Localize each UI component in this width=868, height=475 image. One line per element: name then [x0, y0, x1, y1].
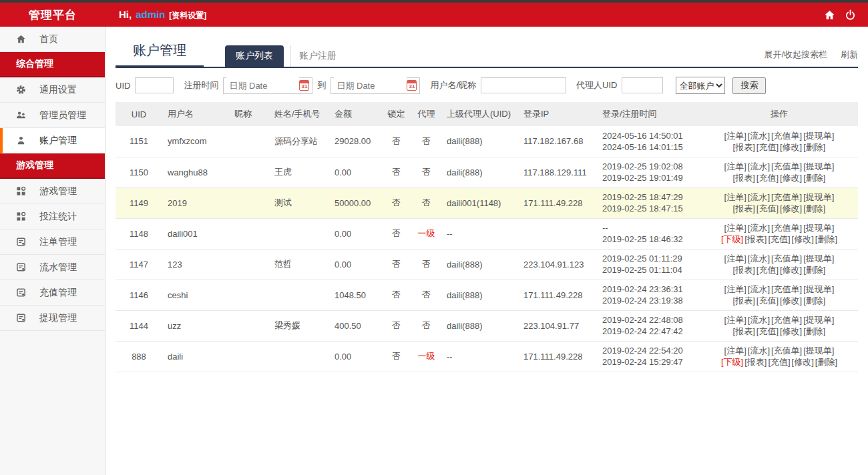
action-link[interactable]: [报表]: [733, 203, 755, 213]
action-link[interactable]: [删除]: [815, 357, 837, 367]
refresh-link[interactable]: 刷新: [841, 49, 858, 61]
power-icon[interactable]: [845, 9, 856, 21]
action-link[interactable]: [注单]: [724, 161, 746, 171]
action-link[interactable]: [充值]: [756, 203, 779, 213]
action-link[interactable]: [流水]: [748, 161, 770, 171]
action-link[interactable]: [报表]: [733, 142, 755, 152]
action-link[interactable]: [删除]: [803, 173, 825, 183]
action-link[interactable]: [修改]: [780, 296, 802, 306]
sidebar-item-充值管理[interactable]: 充值管理: [0, 280, 105, 306]
action-link[interactable]: [报表]: [744, 234, 767, 244]
sidebar-item-注单管理[interactable]: 注单管理: [0, 229, 105, 255]
action-link[interactable]: [修改]: [780, 203, 802, 213]
action-link[interactable]: [修改]: [780, 265, 802, 275]
tab-account-register[interactable]: 账户注册: [290, 45, 345, 67]
user-greeting: Hi, admin [资料设置]: [119, 9, 206, 21]
action-link[interactable]: [充值]: [756, 296, 779, 306]
action-link[interactable]: [充值单]: [771, 346, 802, 356]
action-link[interactable]: [充值单]: [771, 131, 802, 141]
uid-input[interactable]: [135, 77, 174, 93]
action-link[interactable]: [注单]: [724, 131, 746, 141]
login-time: 2019-02-25 19:02:08: [602, 161, 700, 172]
sidebar-item-管理员管理[interactable]: 管理员管理: [0, 103, 105, 128]
action-link[interactable]: [注单]: [724, 346, 746, 356]
action-link[interactable]: [修改]: [792, 357, 814, 367]
action-link[interactable]: [提现单]: [803, 346, 834, 356]
date-from-input[interactable]: [226, 77, 299, 93]
cell-amount: 0.00: [329, 157, 381, 187]
action-link[interactable]: [修改]: [780, 326, 802, 336]
action-link[interactable]: [下级]: [721, 357, 743, 367]
home-icon[interactable]: [824, 9, 835, 21]
action-link[interactable]: [下级]: [721, 234, 743, 244]
profile-settings-link[interactable]: [资料设置]: [169, 10, 206, 21]
account-type-select[interactable]: 全部账户: [676, 77, 725, 94]
action-link[interactable]: [流水]: [748, 192, 770, 202]
action-link[interactable]: [提现单]: [803, 284, 834, 294]
action-link[interactable]: [删除]: [803, 296, 825, 306]
action-link[interactable]: [删除]: [803, 265, 825, 275]
calendar-icon[interactable]: 31: [407, 80, 417, 91]
action-link[interactable]: [充值]: [756, 326, 779, 336]
action-link[interactable]: [流水]: [748, 284, 770, 294]
action-link[interactable]: [提现单]: [803, 131, 834, 141]
action-link[interactable]: [删除]: [803, 203, 825, 213]
action-link[interactable]: [充值]: [768, 357, 790, 367]
action-link[interactable]: [注单]: [724, 284, 746, 294]
action-link[interactable]: [充值]: [768, 234, 790, 244]
action-link[interactable]: [充值单]: [771, 315, 802, 325]
date-to-input[interactable]: [334, 77, 407, 93]
action-link[interactable]: [报表]: [733, 173, 755, 183]
sidebar-item-提现管理[interactable]: 提现管理: [0, 306, 105, 331]
action-link[interactable]: [提现单]: [803, 315, 834, 325]
action-link[interactable]: [注单]: [724, 315, 746, 325]
calendar-icon[interactable]: 31: [299, 80, 309, 91]
action-link[interactable]: [充值单]: [771, 254, 802, 264]
action-link[interactable]: [报表]: [733, 265, 755, 275]
action-link[interactable]: [流水]: [748, 315, 770, 325]
sidebar-item-首页[interactable]: 首页: [0, 27, 105, 52]
action-link[interactable]: [充值单]: [771, 284, 802, 294]
sidebar-item-通用设置[interactable]: 通用设置: [0, 77, 105, 103]
cell-login-ip: 117.188.129.111: [518, 157, 597, 187]
doc-icon: [16, 262, 26, 272]
action-link[interactable]: [充值]: [756, 265, 779, 275]
search-button[interactable]: 搜索: [732, 77, 766, 94]
doc-icon: [16, 313, 26, 323]
action-line-2: [下级][报表][充值][修改][删除]: [700, 233, 858, 245]
action-link[interactable]: [提现单]: [803, 161, 834, 171]
action-link[interactable]: [充值单]: [771, 223, 802, 233]
action-link[interactable]: [充值]: [756, 173, 779, 183]
tab-account-list[interactable]: 账户列表: [225, 45, 284, 67]
action-link[interactable]: [注单]: [724, 223, 746, 233]
action-link[interactable]: [充值单]: [771, 161, 802, 171]
agent-uid-input[interactable]: [622, 77, 663, 93]
action-link[interactable]: [提现单]: [803, 192, 834, 202]
action-link[interactable]: [删除]: [803, 142, 825, 152]
action-link[interactable]: [注单]: [724, 254, 746, 264]
action-link[interactable]: [报表]: [733, 296, 755, 306]
action-link[interactable]: [充值单]: [771, 192, 802, 202]
action-link[interactable]: [修改]: [780, 173, 802, 183]
action-link[interactable]: [报表]: [744, 357, 767, 367]
action-link[interactable]: [删除]: [803, 326, 825, 336]
sidebar-item-投注统计[interactable]: 投注统计: [0, 204, 105, 229]
action-link[interactable]: [流水]: [748, 254, 770, 264]
action-link[interactable]: [报表]: [733, 326, 755, 336]
action-line-2: [报表][充值][修改][删除]: [700, 172, 858, 183]
action-link[interactable]: [流水]: [748, 131, 770, 141]
action-link[interactable]: [注单]: [724, 192, 746, 202]
username-input[interactable]: [481, 77, 566, 93]
action-link[interactable]: [提现单]: [803, 254, 834, 264]
action-link[interactable]: [流水]: [748, 223, 770, 233]
action-link[interactable]: [提现单]: [803, 223, 834, 233]
sidebar-item-账户管理[interactable]: 账户管理: [0, 128, 105, 153]
action-link[interactable]: [修改]: [792, 234, 814, 244]
toggle-search-link[interactable]: 展开/收起搜索栏: [764, 49, 827, 61]
sidebar-item-游戏管理[interactable]: 游戏管理: [0, 179, 105, 204]
action-link[interactable]: [充值]: [756, 142, 779, 152]
action-link[interactable]: [删除]: [815, 234, 837, 244]
action-link[interactable]: [修改]: [780, 142, 802, 152]
sidebar-item-流水管理[interactable]: 流水管理: [0, 255, 105, 280]
action-link[interactable]: [流水]: [748, 346, 770, 356]
